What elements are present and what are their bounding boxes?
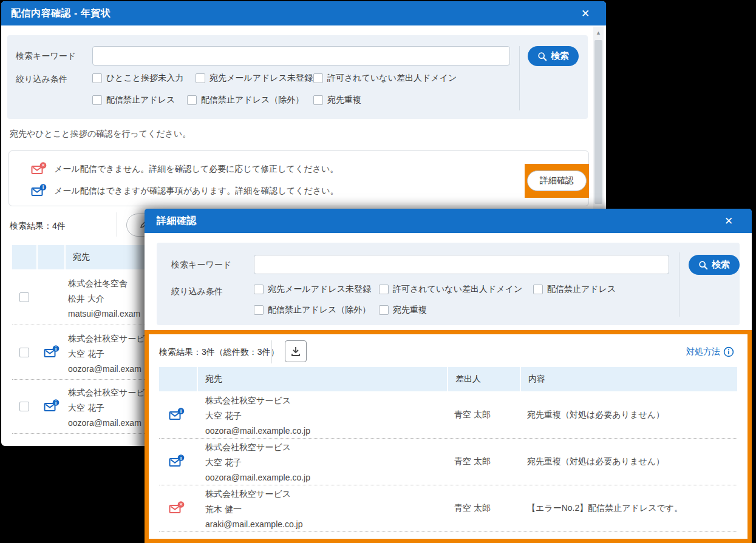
detail-confirm-dialog: 詳細確認 ✕ 検索キーワード 検索 絞り込み条件 宛先メールアドレス未登録 許可… xyxy=(145,209,752,543)
svg-text:i: i xyxy=(43,184,44,191)
filter-label: 絞り込み条件 xyxy=(171,286,223,297)
mail-info-icon: i xyxy=(44,399,60,414)
scroll-up-icon[interactable]: ▲ xyxy=(593,30,604,36)
filter-checkbox-banned-address-excluded[interactable] xyxy=(187,95,197,105)
search-filter-panel: 検索キーワード 検索 絞り込み条件 宛先メールアドレス未登録 許可されていない差… xyxy=(157,243,740,325)
recipient-email: oozora@mail.exam xyxy=(68,362,145,377)
detail-confirm-button[interactable]: 詳細確認 xyxy=(527,170,587,191)
mail-info-icon: i xyxy=(169,408,185,422)
content-text: 宛先重複（対処は必要ありません） xyxy=(527,439,664,485)
recipient-company: 株式会社秋空サービス xyxy=(205,487,303,502)
filter-checkbox-banned-address-excluded[interactable] xyxy=(254,305,264,315)
row-checkbox[interactable] xyxy=(19,292,29,302)
download-icon xyxy=(290,345,302,357)
dialog-titlebar: 詳細確認 xyxy=(145,209,752,233)
svg-text:✕: ✕ xyxy=(41,163,46,168)
filter-checkbox-label: 配信禁止アドレス（除外） xyxy=(268,305,370,315)
filter-checkbox-label: ひとこと挨拶未入力 xyxy=(106,73,183,84)
recipient-company: 株式会社秋空サービ xyxy=(68,331,145,346)
close-icon[interactable]: ✕ xyxy=(717,209,741,233)
recipient-name: 松井 大介 xyxy=(68,291,140,306)
filter-checkbox-sender-domain[interactable] xyxy=(379,285,389,294)
search-input[interactable] xyxy=(92,46,510,66)
sender-name: 青空 太郎 xyxy=(454,391,491,438)
result-count: 検索結果：3件（総件数：3件） xyxy=(159,347,279,358)
divider xyxy=(519,46,520,110)
close-icon[interactable]: ✕ xyxy=(573,1,598,25)
highlight-box: 詳細確認 xyxy=(525,164,589,198)
filter-checkbox-sender-domain[interactable] xyxy=(313,73,323,83)
results-section: 検索結果：3件（総件数：3件） 対処方法 宛先 xyxy=(149,334,747,539)
search-icon xyxy=(698,260,708,270)
table-row: ✕ 株式会社秋空サービス 荒木 健一 araki@mail.example.co… xyxy=(159,485,737,532)
sender-name: 青空 太郎 xyxy=(454,485,491,531)
search-keyword-label: 検索キーワード xyxy=(16,51,76,62)
search-filter-panel: 検索キーワード 検索 絞り込み条件 ひとこと挨拶未入力 宛先メールアドレス未登録… xyxy=(7,35,588,119)
recipient-name: 荒木 健一 xyxy=(205,502,303,517)
search-button[interactable]: 検索 xyxy=(689,255,740,275)
divider xyxy=(117,212,117,237)
mail-error-icon: ✕ xyxy=(169,501,185,516)
search-icon xyxy=(537,52,547,61)
row-checkbox[interactable] xyxy=(19,348,29,357)
svg-text:i: i xyxy=(55,346,57,352)
recipient-email: oozora@mail.example.co.jp xyxy=(205,470,310,485)
search-button[interactable]: 検索 xyxy=(528,46,579,66)
recipient-company: 株式会社冬空舎 xyxy=(68,276,140,291)
mail-info-icon: i xyxy=(169,454,185,469)
notice-error-text: メール配信できません。詳細を確認して必要に応じて修正してください。 xyxy=(54,164,338,175)
recipient-email: oozora@mail.example.co.jp xyxy=(205,423,310,439)
content-text: 【エラーNo.2】配信禁止アドレスです。 xyxy=(527,485,683,531)
column-header-content: 内容 xyxy=(521,367,737,391)
dialog-titlebar: 配信内容確認 - 年賀状 xyxy=(1,1,606,25)
filter-checkbox-label: 配信禁止アドレス xyxy=(106,95,175,106)
page-title: 詳細確認 xyxy=(157,215,197,228)
recipient-email: araki@mail.example.co.jp xyxy=(205,517,303,532)
search-button-label: 検索 xyxy=(712,259,730,271)
filter-checkbox-label: 配信禁止アドレス xyxy=(547,284,616,295)
recipient-name: 大空 花子 xyxy=(205,455,310,470)
filter-checkbox-address-unregistered[interactable] xyxy=(196,73,205,83)
table-row: i 株式会社秋空サービス 大空 花子 oozora@mail.example.c… xyxy=(159,439,737,485)
scrollbar-thumb[interactable] xyxy=(594,40,602,204)
svg-text:i: i xyxy=(180,455,182,461)
help-link[interactable]: 対処方法 xyxy=(686,346,734,357)
column-header-sender: 差出人 xyxy=(448,367,520,391)
filter-checkbox-banned-address[interactable] xyxy=(533,285,543,294)
column-header-select xyxy=(12,245,36,269)
search-input[interactable] xyxy=(254,255,669,274)
filter-checkbox-label: 許可されていない差出人ドメイン xyxy=(393,284,522,295)
table-header: 宛先 差出人 内容 xyxy=(159,367,737,391)
filter-checkbox-duplicate-recipient[interactable] xyxy=(313,95,323,105)
content-text: 宛先重複（対処は必要ありません） xyxy=(527,391,664,438)
recipient-company: 株式会社秋空サービ xyxy=(68,385,145,400)
filter-checkbox-address-unregistered[interactable] xyxy=(254,285,264,294)
page-title: 配信内容確認 - 年賀状 xyxy=(11,7,111,20)
filter-checkbox-greeting-missing[interactable] xyxy=(92,73,102,83)
recipient-name: 大空 花子 xyxy=(205,408,310,423)
row-checkbox[interactable] xyxy=(19,402,29,411)
download-button[interactable] xyxy=(285,340,307,362)
recipient-company: 株式会社秋空サービス xyxy=(205,440,310,455)
filter-checkbox-label: 配信禁止アドレス（除外） xyxy=(201,95,304,106)
recipient-name: 大空 花子 xyxy=(68,400,145,416)
svg-text:i: i xyxy=(55,400,57,406)
filter-checkbox-banned-address[interactable] xyxy=(92,95,102,105)
divider xyxy=(679,252,679,317)
recipient-email: matsui@mail.exam xyxy=(68,306,140,322)
svg-text:✕: ✕ xyxy=(179,502,183,507)
filter-checkbox-label: 宛先重複 xyxy=(327,95,361,106)
mail-error-icon: ✕ xyxy=(31,162,47,177)
filter-checkbox-label: 宛先メールアドレス未登録 xyxy=(209,73,313,84)
column-header-status xyxy=(159,367,197,391)
filter-checkbox-duplicate-recipient[interactable] xyxy=(379,305,389,315)
filter-checkbox-label: 許可されていない差出人ドメイン xyxy=(327,73,457,84)
filter-checkbox-label: 宛先重複 xyxy=(393,305,427,315)
recipient-email: oozora@mail.exam xyxy=(68,416,145,431)
result-count: 検索結果：4件 xyxy=(10,221,66,232)
column-header-recipient: 宛先 xyxy=(198,367,447,391)
recipient-name: 大空 花子 xyxy=(68,346,145,362)
filter-checkbox-label: 宛先メールアドレス未登録 xyxy=(268,284,371,295)
search-keyword-label: 検索キーワード xyxy=(171,260,231,271)
filter-label: 絞り込み条件 xyxy=(16,74,67,85)
